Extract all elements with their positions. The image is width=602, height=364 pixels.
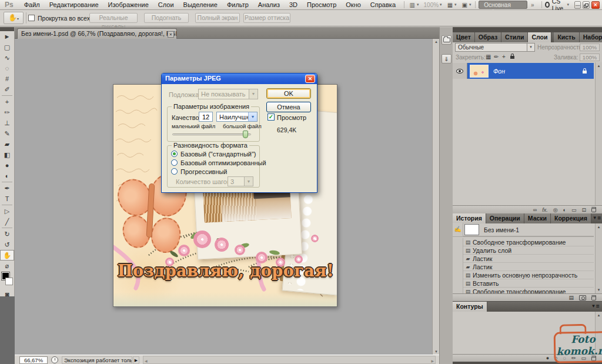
menu-image[interactable]: Изображение <box>103 1 153 9</box>
tab-close-icon[interactable]: ✕ <box>168 31 174 38</box>
scroll-up-icon[interactable]: ▲ <box>596 223 602 229</box>
menu-help[interactable]: Справка <box>366 1 400 9</box>
tools-panel-grip[interactable] <box>0 27 14 31</box>
clone-stamp-tool[interactable]: ⊥ <box>0 118 14 128</box>
history-scrollbar[interactable]: ▲ ▼ <box>595 223 602 293</box>
pen-tool[interactable]: ✒ <box>0 183 14 193</box>
tab-presets[interactable]: Набор <box>580 32 602 42</box>
quality-preset-select[interactable]: Наилучшее ▼ <box>216 112 257 122</box>
menu-view[interactable]: Просмотр <box>302 1 341 9</box>
tab-paths[interactable]: Контуры <box>453 302 487 312</box>
close-button[interactable]: ✕ <box>591 1 600 9</box>
quality-slider-thumb[interactable] <box>243 131 248 138</box>
gradient-tool[interactable]: ◧ <box>0 149 14 160</box>
zoom-percent-field[interactable]: 66,67% <box>19 356 48 364</box>
eyedropper-tool[interactable]: ✐ <box>0 84 14 95</box>
tab-swatches[interactable]: Образ <box>475 32 501 42</box>
quality-input[interactable] <box>199 112 213 122</box>
menu-file[interactable]: Файл <box>19 1 45 9</box>
new-group-icon[interactable]: ▭ <box>571 207 577 213</box>
history-source-cell[interactable] <box>453 271 463 279</box>
vertical-scrollbar[interactable]: ▲ ▼ <box>432 39 439 355</box>
tab-color[interactable]: Цвет <box>453 32 475 42</box>
visibility-cell[interactable] <box>453 63 467 79</box>
lock-move-icon[interactable]: + <box>502 54 506 60</box>
menu-edit[interactable]: Редактирование <box>45 1 103 9</box>
scroll-down-icon[interactable]: ▼ <box>596 288 602 292</box>
adjustment-layer-icon[interactable]: ◐ <box>563 207 566 213</box>
new-document-from-state-icon[interactable]: ▤ <box>568 295 574 300</box>
blur-tool[interactable]: ● <box>0 160 14 171</box>
menu-filter[interactable]: Фильтр <box>222 1 253 9</box>
document-tab[interactable]: Без имени-1.psd @ 66,7% (Поздравляю, дор… <box>17 28 177 39</box>
tab-history[interactable]: История <box>453 213 486 223</box>
history-source-cell[interactable] <box>453 279 463 288</box>
workspace-button[interactable]: Основная рабочая среда <box>479 1 527 9</box>
panel-menu-icon[interactable]: ▼≣ <box>591 213 602 223</box>
crop-tool[interactable]: # <box>0 74 14 84</box>
fit-screen-button[interactable]: Подогнать <box>144 13 189 23</box>
lasso-tool[interactable]: ∿ <box>0 52 14 63</box>
print-size-button[interactable]: Размер оттиска <box>243 13 290 23</box>
new-layer-icon[interactable]: ⊡ <box>581 207 586 213</box>
tab-layers[interactable]: Слои <box>528 32 551 42</box>
panel-menu-icon[interactable]: ▼≣ <box>590 302 602 312</box>
quick-selection-tool[interactable]: ◌ <box>0 63 14 74</box>
marquee-tool[interactable]: ▢ <box>0 42 14 52</box>
dodge-tool[interactable]: ◐ <box>0 171 14 181</box>
ok-button[interactable]: OK <box>266 88 311 99</box>
history-source-cell[interactable] <box>453 238 463 246</box>
history-step[interactable]: ▤Вставить <box>453 279 594 288</box>
tab-brush[interactable]: Кисть <box>554 32 579 42</box>
screen-mode-icon[interactable]: ▣ <box>460 2 469 8</box>
blend-mode-select[interactable]: Обычные ▼ <box>455 43 535 52</box>
tab-styles[interactable]: Стили <box>501 32 528 42</box>
format-optimized-radio[interactable] <box>171 159 178 166</box>
zoom-tool[interactable]: ⌀ <box>0 261 14 271</box>
hand-tool-preset[interactable]: ✋▾ <box>4 12 24 24</box>
dialog-title-bar[interactable]: Параметры JPEG ✕ <box>162 74 317 84</box>
minimize-button[interactable]: — <box>574 1 581 9</box>
tab-actions[interactable]: Операции <box>486 213 524 223</box>
3d-rotate-tool[interactable]: ↻ <box>0 229 14 239</box>
menu-layers[interactable]: Слои <box>153 1 179 9</box>
shape-tool[interactable]: ╱ <box>0 216 14 227</box>
restore-button[interactable] <box>583 1 589 9</box>
fill-screen-button[interactable]: Полный экран <box>195 13 240 23</box>
3d-orbit-tool[interactable]: ↺ <box>0 239 14 250</box>
fill-value[interactable]: 100% <box>580 54 600 61</box>
scroll-right-icon[interactable]: ▶ <box>431 359 434 363</box>
workspace-overflow-chevrons[interactable]: » <box>527 2 538 8</box>
background-color-swatch[interactable] <box>5 278 13 285</box>
delete-layer-icon[interactable] <box>591 207 596 212</box>
menu-3d[interactable]: 3D <box>285 1 302 9</box>
lock-all-icon[interactable] <box>510 56 514 59</box>
move-tool[interactable]: ► <box>0 31 14 42</box>
layer-thumbnail[interactable] <box>470 65 489 78</box>
launch-bridge-icon[interactable]: ▥ <box>408 2 417 8</box>
quality-slider-track[interactable] <box>172 133 251 135</box>
history-step[interactable]: ▤Свободное трансформирование <box>453 238 594 246</box>
fill-path-icon[interactable]: ● <box>546 355 549 361</box>
layer-row-background[interactable]: Фон <box>453 63 594 79</box>
actual-pixels-button[interactable]: Реальные пикселы <box>89 13 138 23</box>
collapse-panels-button[interactable]: ⇓ <box>442 54 452 64</box>
opacity-value[interactable]: 100% <box>580 44 600 51</box>
mini-bridge-button[interactable] <box>442 35 452 45</box>
history-step[interactable]: ▤Удалить слой <box>453 246 594 255</box>
format-progressive-radio[interactable] <box>171 168 178 175</box>
history-brush-tool[interactable]: ✎ <box>0 128 14 139</box>
dialog-close-icon[interactable]: ✕ <box>305 75 315 83</box>
horizontal-scrollbar[interactable]: ◀ ▶ <box>143 356 436 364</box>
status-expand-icon[interactable]: ▶ <box>133 356 139 364</box>
scroll-left-icon[interactable]: ◀ <box>145 359 148 363</box>
scroll-up-icon[interactable]: ▲ <box>596 312 602 317</box>
history-source-cell[interactable] <box>453 263 463 271</box>
tab-adjustments[interactable]: Коррекция <box>551 213 591 223</box>
history-step[interactable]: ▤Изменить основную непрозрачность <box>453 271 594 279</box>
brush-tool[interactable]: ✏ <box>0 107 14 118</box>
menu-select[interactable]: Выделение <box>179 1 222 9</box>
history-step[interactable]: ▰Ластик <box>453 255 594 263</box>
cancel-button[interactable]: Отмена <box>266 102 311 112</box>
hand-tool[interactable]: ✋ <box>0 250 14 261</box>
